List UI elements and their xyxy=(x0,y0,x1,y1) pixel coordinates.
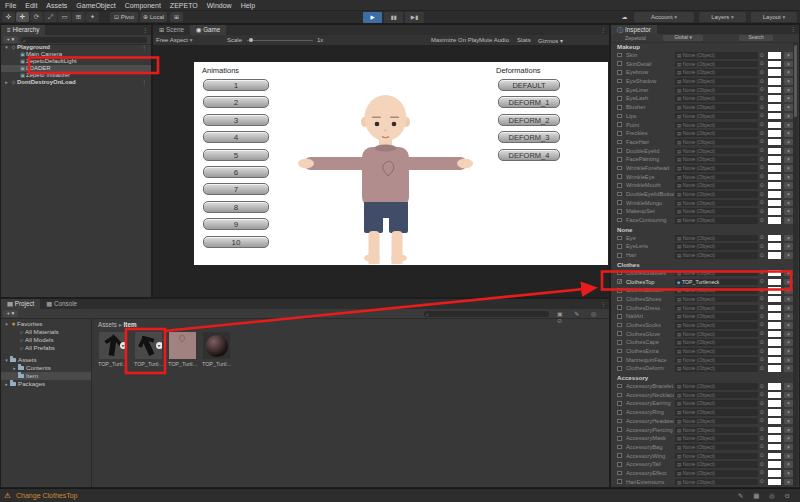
object-picker-icon[interactable]: ⊙ xyxy=(760,435,765,441)
hand-tool-icon[interactable]: ✜ xyxy=(2,12,15,22)
status-message[interactable]: Change ClothesTop xyxy=(16,489,78,502)
clear-button[interactable]: × xyxy=(784,427,793,434)
object-field-wrinklemouth[interactable]: ▤None (Object) xyxy=(675,182,758,189)
menu-assets[interactable]: Assets xyxy=(46,2,67,9)
color-swatch[interactable] xyxy=(768,418,781,425)
menu-dots-icon[interactable]: ⋮ xyxy=(141,79,147,86)
clear-button[interactable]: × xyxy=(784,392,793,399)
object-picker-icon[interactable]: ⊙ xyxy=(760,52,765,58)
project-search-input[interactable]: ⌕ xyxy=(424,311,549,318)
object-picker-icon[interactable]: ⊙ xyxy=(760,164,765,170)
color-swatch[interactable] xyxy=(768,339,781,346)
snap-toggle[interactable]: ⊞ xyxy=(170,12,183,22)
clear-button[interactable]: × xyxy=(784,78,793,85)
checkbox-accessorytail[interactable] xyxy=(617,462,622,467)
checkbox-wrinkleeye[interactable] xyxy=(617,174,622,179)
clear-button[interactable]: × xyxy=(784,279,793,286)
deformation-button-deform_4[interactable]: DEFORM_4 xyxy=(498,149,560,161)
local-toggle[interactable]: ⊕ Local xyxy=(140,12,167,22)
clear-button[interactable]: × xyxy=(784,243,793,250)
animation-button-5[interactable]: 5 xyxy=(203,149,269,161)
checkbox-clothesshoes[interactable] xyxy=(617,297,622,302)
clear-button[interactable]: × xyxy=(784,400,793,407)
object-picker-icon[interactable]: ⊙ xyxy=(760,313,765,319)
clear-button[interactable]: × xyxy=(784,165,793,172)
inspector-search-button[interactable]: Search xyxy=(739,35,773,41)
checkbox-makeupset[interactable] xyxy=(617,209,622,214)
object-picker-icon[interactable]: ⊙ xyxy=(760,147,765,153)
object-picker-icon[interactable]: ⊙ xyxy=(760,243,765,249)
checkbox-mannequinface[interactable] xyxy=(617,357,622,362)
checkbox-eye[interactable] xyxy=(617,236,622,241)
breadcrumb-item[interactable]: Item xyxy=(124,321,137,328)
pivot-toggle[interactable]: ⊡ Pivot xyxy=(110,12,138,22)
checkbox-clothesdress[interactable] xyxy=(617,305,622,310)
color-swatch[interactable] xyxy=(768,191,781,198)
object-field-skin[interactable]: ▤None (Object) xyxy=(675,52,758,59)
asset-thumbnail-3[interactable] xyxy=(169,332,196,359)
animation-button-4[interactable]: 4 xyxy=(203,131,269,143)
object-picker-icon[interactable]: ⊙ xyxy=(760,208,765,214)
checkbox-clothesextra[interactable] xyxy=(617,349,622,354)
object-field-accessoryearring[interactable]: ▤None (Object) xyxy=(675,400,758,407)
checkbox-accessorywing[interactable] xyxy=(617,453,622,458)
color-swatch[interactable] xyxy=(768,365,781,372)
checkbox-freckles[interactable] xyxy=(617,131,622,136)
object-picker-icon[interactable]: ⊙ xyxy=(760,252,765,258)
color-swatch[interactable] xyxy=(768,217,781,224)
object-picker-icon[interactable]: ⊙ xyxy=(760,138,765,144)
object-field-facecontouring[interactable]: ▤None (Object) xyxy=(675,217,758,224)
color-swatch[interactable] xyxy=(768,287,781,294)
object-field-mannequinface[interactable]: ▤None (Object) xyxy=(675,357,758,364)
color-swatch[interactable] xyxy=(768,296,781,303)
color-swatch[interactable] xyxy=(768,156,781,163)
color-swatch[interactable] xyxy=(768,357,781,364)
object-picker-icon[interactable]: ⊙ xyxy=(760,287,765,293)
object-field-clothesdeform[interactable]: ▤None (Object) xyxy=(675,365,758,372)
object-field-clothesglove[interactable]: ▤None (Object) xyxy=(675,331,758,338)
animation-button-2[interactable]: 2 xyxy=(203,96,269,108)
deformation-button-default[interactable]: DEFAULT xyxy=(498,79,560,91)
project-tree-favorites[interactable]: ▾★Favorites xyxy=(1,320,91,328)
object-field-freckles[interactable]: ▤None (Object) xyxy=(675,130,758,137)
color-swatch[interactable] xyxy=(768,270,781,277)
expander-icon[interactable]: ▾ xyxy=(3,320,10,328)
clear-button[interactable]: × xyxy=(784,383,793,390)
checkbox-accessorynecklace[interactable] xyxy=(617,393,622,398)
color-swatch[interactable] xyxy=(768,479,781,486)
object-field-doubleeyelidbottom[interactable]: ▤None (Object) xyxy=(675,191,758,198)
project-tree-packages-folder[interactable]: ▸Packages xyxy=(1,380,91,388)
checkbox-clothescape[interactable] xyxy=(617,340,622,345)
layout-dropdown[interactable]: Layout ▾ xyxy=(751,12,797,22)
expander-icon[interactable]: ▸ xyxy=(11,364,18,372)
clear-button[interactable]: × xyxy=(784,182,793,189)
pause-button[interactable]: ▮▮ xyxy=(384,12,403,23)
clear-button[interactable]: × xyxy=(784,217,793,224)
object-picker-icon[interactable]: ⊙ xyxy=(760,112,765,118)
checkbox-doubleeyelidbottom[interactable] xyxy=(617,192,622,197)
layers-dropdown[interactable]: Layers ▾ xyxy=(699,12,746,22)
checkbox-blusher[interactable] xyxy=(617,105,622,110)
animation-button-9[interactable]: 9 xyxy=(203,218,269,230)
object-field-hairextensions[interactable]: ▤None (Object) xyxy=(675,479,758,486)
clear-button[interactable]: × xyxy=(784,365,793,372)
object-field-wrinkleeye[interactable]: ▤None (Object) xyxy=(675,174,758,181)
transform-tool-icon[interactable]: ⊞ xyxy=(72,12,85,22)
add-gameobject-button[interactable]: + ▾ xyxy=(3,36,18,43)
move-tool-icon[interactable]: ✛ xyxy=(16,12,29,22)
object-picker-icon[interactable]: ⊙ xyxy=(760,443,765,449)
object-field-clothesbottom[interactable]: ▤None (Object) xyxy=(675,287,758,294)
checkbox-clothesglasses[interactable] xyxy=(617,271,622,276)
color-swatch[interactable] xyxy=(768,400,781,407)
clear-button[interactable]: × xyxy=(784,191,793,198)
checkbox-facepainting[interactable] xyxy=(617,157,622,162)
menu-zepeto[interactable]: ZEPETO xyxy=(170,2,198,9)
checkbox-accessoryearring[interactable] xyxy=(617,401,622,406)
tab-game[interactable]: ◉ Game xyxy=(190,25,226,35)
game-toolbar-stats[interactable]: Stats xyxy=(517,37,531,43)
scrollbar-thumb[interactable] xyxy=(794,45,797,117)
object-field-clothesshoes[interactable]: ▤None (Object) xyxy=(675,296,758,303)
color-swatch[interactable] xyxy=(768,182,781,189)
clear-button[interactable]: × xyxy=(784,200,793,207)
object-picker-icon[interactable]: ⊙ xyxy=(760,400,765,406)
